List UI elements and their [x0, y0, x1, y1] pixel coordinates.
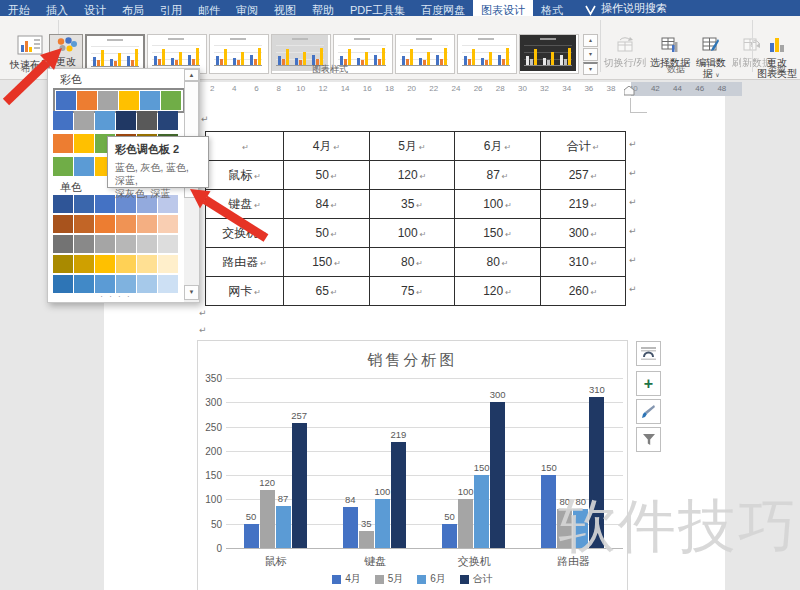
table-cell[interactable]: 键盘↵: [206, 190, 284, 219]
table-cell[interactable]: 50↵: [284, 161, 370, 190]
color-swatch[interactable]: [53, 195, 73, 213]
tab-PDF工具集[interactable]: PDF工具集: [342, 0, 413, 16]
tell-me-search[interactable]: 操作说明搜索: [585, 0, 667, 16]
palette-scroll-down-button[interactable]: ▼: [184, 285, 199, 300]
color-swatch[interactable]: [116, 275, 136, 293]
table-cell[interactable]: 5月↵: [370, 132, 455, 161]
table-cell[interactable]: 310↵: [541, 248, 626, 277]
table-cell[interactable]: 84↵: [284, 190, 370, 219]
color-swatch[interactable]: [74, 215, 94, 233]
add-chart-element-button[interactable]: +: [636, 371, 661, 396]
color-swatch[interactable]: [116, 235, 136, 253]
color-swatch[interactable]: [74, 255, 94, 273]
table-cell[interactable]: 257↵: [541, 161, 626, 190]
table-cell[interactable]: 150↵: [455, 219, 541, 248]
legend-item-4月[interactable]: 4月: [332, 572, 361, 586]
color-swatch[interactable]: [95, 111, 115, 130]
color-swatch[interactable]: [158, 275, 178, 293]
table-cell[interactable]: 100↵: [370, 219, 455, 248]
table-cell[interactable]: 35↵: [370, 190, 455, 219]
color-swatch[interactable]: [137, 215, 157, 233]
color-swatch[interactable]: [95, 255, 115, 273]
table-cell[interactable]: 65↵: [284, 277, 370, 306]
legend-item-5月[interactable]: 5月: [375, 572, 404, 586]
tab-百度网盘[interactable]: 百度网盘: [413, 0, 473, 16]
tab-开始[interactable]: 开始: [0, 0, 38, 16]
color-swatch[interactable]: [137, 235, 157, 253]
table-cell[interactable]: 100↵: [455, 190, 541, 219]
table-cell[interactable]: 120↵: [370, 161, 455, 190]
tab-引用[interactable]: 引用: [152, 0, 190, 16]
tab-邮件[interactable]: 邮件: [190, 0, 228, 16]
table-cell[interactable]: 120↵: [455, 277, 541, 306]
color-swatch[interactable]: [53, 275, 73, 293]
color-swatch[interactable]: [137, 255, 157, 273]
color-swatch[interactable]: [53, 255, 73, 273]
tab-图表设计[interactable]: 图表设计: [473, 0, 533, 16]
monochromatic-palette-row-4[interactable]: [53, 255, 179, 273]
table-cell[interactable]: ↵: [206, 132, 284, 161]
table-cell[interactable]: 网卡↵: [206, 277, 284, 306]
color-swatch[interactable]: [161, 91, 181, 110]
table-cell[interactable]: 交换机↵: [206, 219, 284, 248]
gallery-scroll-down-button[interactable]: ▾: [583, 48, 598, 61]
gallery-more-button[interactable]: ▾: [583, 62, 598, 75]
color-swatch[interactable]: [158, 235, 178, 253]
table-cell[interactable]: 75↵: [370, 277, 455, 306]
monochromatic-palette-row-3[interactable]: [53, 235, 179, 253]
table-cell[interactable]: 300↵: [541, 219, 626, 248]
color-swatch[interactable]: [158, 111, 178, 130]
color-swatch[interactable]: [158, 215, 178, 233]
color-swatch[interactable]: [53, 111, 73, 130]
color-swatch[interactable]: [140, 91, 160, 110]
color-swatch[interactable]: [74, 111, 94, 130]
tab-视图[interactable]: 视图: [266, 0, 304, 16]
color-swatch[interactable]: [158, 255, 178, 273]
color-swatch[interactable]: [53, 134, 73, 153]
color-swatch[interactable]: [119, 91, 139, 110]
color-swatch[interactable]: [116, 255, 136, 273]
color-swatch[interactable]: [95, 195, 115, 213]
color-swatch[interactable]: [74, 235, 94, 253]
table-cell[interactable]: 219↵: [541, 190, 626, 219]
chart-filter-button[interactable]: [636, 427, 661, 452]
layout-options-button[interactable]: [636, 341, 661, 366]
tab-插入[interactable]: 插入: [38, 0, 76, 16]
palette-scroll-up-button[interactable]: ▲: [184, 69, 199, 81]
legend-item-6月[interactable]: 6月: [417, 572, 446, 586]
legend-item-合计[interactable]: 合计: [460, 572, 493, 586]
color-swatch[interactable]: [95, 235, 115, 253]
tab-布局[interactable]: 布局: [114, 0, 152, 16]
color-swatch[interactable]: [74, 157, 94, 176]
table-cell[interactable]: 6月↵: [455, 132, 541, 161]
color-swatch[interactable]: [116, 215, 136, 233]
color-swatch[interactable]: [137, 111, 157, 130]
color-swatch[interactable]: [137, 275, 157, 293]
table-cell[interactable]: 80↵: [370, 248, 455, 277]
chart-style-button[interactable]: [636, 399, 661, 424]
chart-style-thumbnail-7[interactable]: [457, 34, 517, 74]
tab-设计[interactable]: 设计: [76, 0, 114, 16]
table-cell[interactable]: 80↵: [455, 248, 541, 277]
table-cell[interactable]: 50↵: [284, 219, 370, 248]
colorful-palette-row-1[interactable]: [53, 88, 185, 113]
color-swatch[interactable]: [53, 215, 73, 233]
colorful-palette-row-2[interactable]: [53, 111, 179, 130]
chart-style-thumbnail-8[interactable]: [519, 34, 579, 74]
tab-格式[interactable]: 格式: [533, 0, 571, 16]
table-cell[interactable]: 150↵: [284, 248, 370, 277]
color-swatch[interactable]: [56, 91, 76, 110]
table-cell[interactable]: 路由器↵: [206, 248, 284, 277]
color-swatch[interactable]: [116, 111, 136, 130]
table-cell[interactable]: 260↵: [541, 277, 626, 306]
monochromatic-palette-row-5[interactable]: [53, 275, 179, 293]
tab-帮助[interactable]: 帮助: [304, 0, 342, 16]
color-swatch[interactable]: [95, 275, 115, 293]
color-swatch[interactable]: [74, 134, 94, 153]
gallery-scroll-up-button[interactable]: ▴: [583, 34, 598, 47]
color-swatch[interactable]: [95, 215, 115, 233]
tab-审阅[interactable]: 审阅: [228, 0, 266, 16]
color-swatch[interactable]: [53, 157, 73, 176]
color-swatch[interactable]: [77, 91, 97, 110]
monochromatic-palette-row-2[interactable]: [53, 215, 179, 233]
